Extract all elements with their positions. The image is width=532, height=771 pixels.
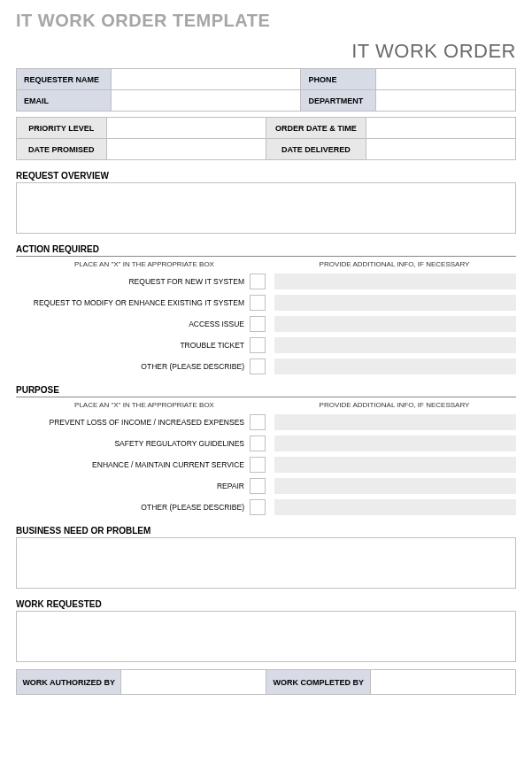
hints-row: PLACE AN "X" IN THE APPROPRIATE BOX PROV… [16, 260, 516, 268]
additional-info-input[interactable] [274, 478, 516, 494]
checkbox-label: REQUEST TO MODIFY OR ENHANCE EXISTING IT… [16, 298, 250, 307]
purpose-list: PREVENT LOSS OF INCOME / INCREASED EXPEN… [16, 414, 516, 515]
hint-checkbox: PLACE AN "X" IN THE APPROPRIATE BOX [16, 260, 273, 268]
page-subtitle: IT WORK ORDER [16, 40, 516, 63]
input-business-need[interactable] [16, 537, 516, 589]
input-work-completed-by[interactable] [371, 670, 516, 695]
checkbox-label: REPAIR [16, 482, 250, 490]
checkbox[interactable] [250, 316, 266, 332]
checkbox[interactable] [250, 499, 266, 515]
label-date-delivered: DATE DELIVERED [266, 139, 366, 160]
additional-info-input[interactable] [274, 274, 516, 289]
section-business-need: BUSINESS NEED OR PROBLEM [16, 526, 516, 536]
hint-checkbox: PLACE AN "X" IN THE APPROPRIATE BOX [16, 401, 273, 409]
order-meta-table: PRIORITY LEVEL ORDER DATE & TIME DATE PR… [16, 117, 516, 160]
label-requester-name: REQUESTER NAME [17, 69, 112, 90]
label-date-promised: DATE PROMISED [17, 139, 107, 160]
hints-row: PLACE AN "X" IN THE APPROPRIATE BOX PROV… [16, 401, 516, 409]
footer-table: WORK AUTHORIZED BY WORK COMPLETED BY [16, 669, 516, 695]
checkbox[interactable] [250, 295, 266, 311]
list-item: PREVENT LOSS OF INCOME / INCREASED EXPEN… [16, 414, 516, 430]
section-purpose: PURPOSE [16, 385, 516, 395]
page-title: IT WORK ORDER TEMPLATE [16, 11, 516, 31]
additional-info-input[interactable] [274, 316, 516, 332]
checkbox[interactable] [250, 359, 266, 374]
additional-info-input[interactable] [274, 337, 516, 353]
input-phone[interactable] [376, 69, 516, 90]
label-order-date-time: ORDER DATE & TIME [266, 118, 366, 139]
additional-info-input[interactable] [274, 436, 516, 451]
list-item: SAFETY REGULATORY GUIDELINES [16, 436, 516, 451]
list-item: REQUEST TO MODIFY OR ENHANCE EXISTING IT… [16, 295, 516, 311]
input-order-date-time[interactable] [366, 118, 515, 139]
input-priority-level[interactable] [106, 118, 266, 139]
input-department[interactable] [376, 90, 516, 112]
additional-info-input[interactable] [274, 295, 516, 311]
checkbox-label: OTHER (PLEASE DESCRIBE) [16, 362, 250, 371]
input-email[interactable] [112, 90, 301, 112]
checkbox-label: REQUEST FOR NEW IT SYSTEM [16, 277, 250, 286]
input-work-requested[interactable] [16, 611, 516, 662]
label-priority-level: PRIORITY LEVEL [17, 118, 107, 139]
additional-info-input[interactable] [274, 414, 516, 430]
section-request-overview: REQUEST OVERVIEW [16, 171, 516, 181]
label-work-authorized-by: WORK AUTHORIZED BY [17, 670, 121, 695]
checkbox[interactable] [250, 436, 266, 451]
input-date-promised[interactable] [106, 139, 266, 160]
requester-info-table: REQUESTER NAME PHONE EMAIL DEPARTMENT [16, 68, 516, 112]
label-work-completed-by: WORK COMPLETED BY [266, 670, 370, 695]
additional-info-input[interactable] [274, 359, 516, 374]
checkbox[interactable] [250, 457, 266, 473]
list-item: ACCESS ISSUE [16, 316, 516, 332]
hint-additional-info: PROVIDE ADDITIONAL INFO, IF NECESSARY [273, 401, 516, 409]
checkbox-label: TROUBLE TICKET [16, 341, 250, 350]
list-item: REPAIR [16, 478, 516, 494]
section-action-required: ACTION REQUIRED [16, 244, 516, 254]
checkbox-label: ENHANCE / MAINTAIN CURRENT SERVICE [16, 460, 250, 469]
checkbox[interactable] [250, 478, 266, 494]
checkbox-label: OTHER (PLEASE DESCRIBE) [16, 503, 250, 512]
checkbox-label: SAFETY REGULATORY GUIDELINES [16, 439, 250, 448]
list-item: TROUBLE TICKET [16, 337, 516, 353]
checkbox-label: PREVENT LOSS OF INCOME / INCREASED EXPEN… [16, 418, 250, 427]
additional-info-input[interactable] [274, 457, 516, 473]
label-phone: PHONE [301, 69, 376, 90]
input-date-delivered[interactable] [366, 139, 515, 160]
checkbox-label: ACCESS ISSUE [16, 320, 250, 328]
list-item: ENHANCE / MAINTAIN CURRENT SERVICE [16, 457, 516, 473]
hint-additional-info: PROVIDE ADDITIONAL INFO, IF NECESSARY [273, 260, 516, 268]
checkbox[interactable] [250, 274, 266, 289]
input-requester-name[interactable] [112, 69, 301, 90]
divider [16, 256, 516, 257]
label-department: DEPARTMENT [301, 90, 376, 112]
checkbox[interactable] [250, 337, 266, 353]
checkbox[interactable] [250, 414, 266, 430]
list-item: OTHER (PLEASE DESCRIBE) [16, 359, 516, 374]
input-work-authorized-by[interactable] [121, 670, 266, 695]
section-work-requested: WORK REQUESTED [16, 599, 516, 609]
additional-info-input[interactable] [274, 499, 516, 515]
list-item: OTHER (PLEASE DESCRIBE) [16, 499, 516, 515]
list-item: REQUEST FOR NEW IT SYSTEM [16, 274, 516, 289]
action-required-list: REQUEST FOR NEW IT SYSTEMREQUEST TO MODI… [16, 274, 516, 374]
divider [16, 397, 516, 397]
label-email: EMAIL [17, 90, 112, 112]
input-request-overview[interactable] [16, 182, 516, 234]
